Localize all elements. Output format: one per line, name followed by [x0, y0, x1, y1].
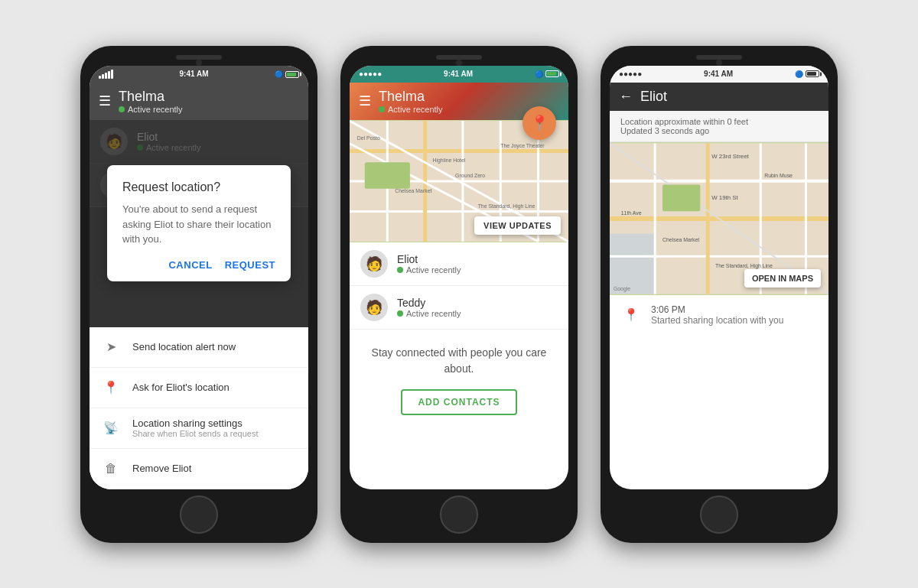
header-title-2: Thelma — [379, 89, 443, 105]
map-section-2: Del Posto Highline Hotel Chelsea Market … — [350, 120, 568, 242]
status-icons-2: 🔵 — [535, 70, 559, 78]
activity-time: 3:06 PM — [651, 304, 783, 315]
location-info-text: Location approximate within 0 feet — [620, 117, 818, 126]
contacts-list-bg: 🧑 Eliot Active recently 🧑 Teddy Active r… — [90, 120, 308, 327]
menu-list-1: ➤ Send location alert now 📍 Ask for Elio… — [90, 327, 308, 489]
screen-1: 9:41 AM 🔵 ☰ Thelma Active recently — [90, 66, 308, 489]
location-pin-fab[interactable]: 📍 — [522, 106, 556, 140]
avatar-teddy-2: 🧑 — [360, 294, 388, 321]
menu-icon-1[interactable]: ☰ — [99, 93, 111, 109]
status-icons-1: 🔵 — [275, 70, 299, 78]
phone-2: ●●●●● 9:41 AM 🔵 ☰ Thelma Active recently — [340, 46, 578, 543]
menu-item-remove[interactable]: 🗑 Remove Eliot — [90, 449, 308, 489]
remove-icon: 🗑 — [100, 458, 122, 479]
home-button-2[interactable] — [440, 495, 478, 534]
svg-text:Rubin Muse: Rubin Muse — [764, 172, 793, 177]
signal-3: ●●●●● — [619, 70, 642, 78]
menu-label-alert: Send location alert now — [132, 341, 236, 352]
avatar-eliot-2: 🧑 — [360, 250, 388, 278]
phone-1: 9:41 AM 🔵 ☰ Thelma Active recently — [80, 46, 317, 543]
app-header-3: ← Eliot — [610, 83, 828, 111]
dialog-overlay: Request location? You're about to send a… — [90, 120, 308, 327]
contact-teddy-2[interactable]: 🧑 Teddy Active recently — [350, 286, 568, 330]
menu-label-settings: Location sharing settings — [132, 417, 259, 429]
ask-location-icon: 📍 — [100, 377, 122, 398]
header-subtitle-2: Active recently — [379, 105, 443, 114]
front-camera-2 — [456, 60, 462, 66]
time-2: 9:41 AM — [444, 70, 473, 78]
status-eliot-2: Active recently — [397, 265, 461, 275]
bluetooth-icon-3: 🔵 — [795, 70, 803, 78]
header-title-3: Eliot — [640, 89, 667, 105]
home-button-3[interactable] — [700, 495, 738, 534]
svg-rect-11 — [365, 162, 410, 189]
svg-text:Del Posto: Del Posto — [357, 135, 380, 140]
menu-label-ask: Ask for Eliot's location — [132, 382, 230, 393]
contacts-section-2: 🧑 Eliot Active recently 🧑 Teddy Active r… — [350, 242, 568, 489]
status-bar-1: 9:41 AM 🔵 — [90, 66, 308, 83]
header-title-1: Thelma — [119, 89, 183, 105]
header-info-1: Thelma Active recently — [119, 89, 183, 114]
status-bar-3: ●●●●● 9:41 AM 🔵 — [610, 66, 828, 83]
activity-item: 📍 3:06 PM Started sharing location with … — [610, 295, 828, 335]
svg-text:Ground Zero: Ground Zero — [455, 173, 485, 178]
screen-3: ●●●●● 9:41 AM 🔵 ← Eliot Location approxi… — [610, 66, 828, 489]
location-updated-text: Updated 3 seconds ago — [620, 126, 818, 135]
back-button[interactable]: ← — [619, 89, 633, 105]
header-subtitle-1: Active recently — [119, 105, 183, 114]
name-eliot-2: Eliot — [397, 253, 461, 265]
active-indicator-1 — [119, 106, 125, 112]
svg-text:The Joyce Theater: The Joyce Theater — [500, 142, 545, 148]
svg-text:The Standard, High Line: The Standard, High Line — [478, 203, 536, 209]
stay-connected-text: Stay connected with people you care abou… — [350, 330, 568, 389]
signal-dots — [99, 70, 113, 79]
menu-item-ask[interactable]: 📍 Ask for Eliot's location — [90, 368, 308, 408]
front-camera — [196, 60, 202, 66]
open-in-maps-button[interactable]: OPEN IN MAPS — [744, 269, 821, 288]
screen-2: ●●●●● 9:41 AM 🔵 ☰ Thelma Active recently — [350, 66, 568, 489]
bluetooth-icon: 🔵 — [275, 70, 283, 78]
cancel-button[interactable]: CANCEL — [168, 259, 212, 271]
dialog-body: You're about to send a request asking El… — [122, 202, 275, 247]
location-activity-icon: 📍 — [620, 304, 642, 326]
svg-text:Chelsea Market: Chelsea Market — [395, 187, 431, 193]
location-info-bar: Location approximate within 0 feet Updat… — [610, 111, 828, 142]
menu-sublabel-settings: Share when Eliot sends a request — [132, 429, 259, 438]
request-button[interactable]: REQUEST — [225, 259, 275, 271]
svg-text:Google: Google — [614, 285, 630, 291]
home-button-1[interactable] — [180, 495, 218, 534]
svg-text:W 19th St: W 19th St — [711, 194, 738, 201]
bluetooth-icon-2: 🔵 — [535, 70, 543, 78]
activity-desc: Started sharing location with you — [651, 315, 783, 326]
name-teddy-2: Teddy — [397, 297, 461, 309]
status-teddy-2: Active recently — [397, 309, 461, 318]
header-info-2: Thelma Active recently — [379, 89, 443, 114]
status-bar-2: ●●●●● 9:41 AM 🔵 — [350, 66, 568, 83]
menu-item-settings[interactable]: 📡 Location sharing settings Share when E… — [90, 408, 308, 449]
dialog-actions: CANCEL REQUEST — [122, 259, 275, 271]
status-icons-3: 🔵 — [795, 70, 819, 78]
active-indicator-2 — [379, 106, 385, 112]
svg-text:The Standard, High Line: The Standard, High Line — [715, 263, 773, 269]
view-updates-button[interactable]: VIEW UPDATES — [474, 216, 561, 235]
svg-rect-28 — [662, 184, 700, 211]
menu-icon-2[interactable]: ☰ — [359, 93, 371, 109]
svg-text:W 23rd Street: W 23rd Street — [711, 153, 749, 160]
add-contacts-button[interactable]: ADD CONTACTS — [401, 389, 516, 415]
menu-label-remove: Remove Eliot — [132, 463, 191, 474]
app-header-1: ☰ Thelma Active recently — [90, 83, 308, 120]
request-location-dialog: Request location? You're about to send a… — [107, 165, 291, 281]
svg-text:Highline Hotel: Highline Hotel — [432, 158, 465, 164]
sharing-settings-icon: 📡 — [100, 417, 122, 439]
alert-icon: ➤ — [100, 336, 122, 358]
status-time: 9:41 AM — [180, 70, 209, 78]
battery-2 — [545, 70, 559, 77]
contact-eliot-2[interactable]: 🧑 Eliot Active recently — [350, 242, 568, 286]
signal-2: ●●●●● — [359, 70, 382, 78]
dialog-title: Request location? — [122, 180, 275, 194]
time-3: 9:41 AM — [704, 70, 733, 78]
phone-3: ●●●●● 9:41 AM 🔵 ← Eliot Location approxi… — [601, 46, 838, 543]
battery-3 — [806, 70, 819, 77]
svg-text:11th Ave: 11th Ave — [621, 210, 642, 216]
menu-item-alert[interactable]: ➤ Send location alert now — [90, 327, 308, 368]
